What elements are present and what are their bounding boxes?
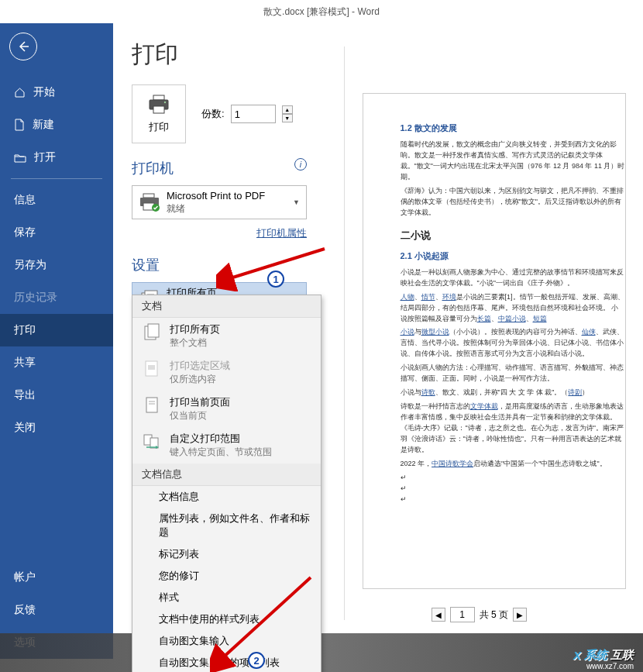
nav-account-label: 帐户	[14, 570, 36, 584]
dd-autotext[interactable]: 自动图文集输入	[132, 630, 321, 652]
svg-rect-17	[146, 398, 157, 412]
selection-icon	[142, 359, 162, 379]
chevron-down-icon: ▼	[293, 198, 300, 206]
printer-status: 就绪	[167, 203, 287, 215]
nav-account[interactable]: 帐户	[0, 561, 113, 594]
copies-label: 份数:	[201, 107, 225, 121]
nav-print[interactable]: 打印	[0, 314, 113, 346]
copies-input[interactable]	[231, 105, 276, 123]
nav-saveas-label: 另存为	[14, 258, 46, 272]
preview-page: 1.2 散文的发展 随着时代的发展，散文的概念由广义向狭义转变，并受到西方文化的…	[363, 93, 626, 589]
printer-icon	[146, 94, 171, 115]
back-button[interactable]	[9, 33, 37, 60]
print-button-label: 打印	[149, 120, 169, 134]
dd-markup-list[interactable]: 标记列表	[132, 543, 321, 565]
pages-icon	[142, 322, 162, 343]
nav-open[interactable]: 打开	[0, 141, 113, 174]
nav-share-label: 共享	[14, 356, 36, 370]
copies-spinner: ▲ ▼	[282, 105, 293, 122]
print-button[interactable]: 打印	[132, 84, 186, 143]
back-arrow-icon	[16, 40, 30, 53]
folder-open-icon	[14, 153, 26, 163]
nav-saveas[interactable]: 另存为	[0, 249, 113, 281]
nav-start-label: 开始	[33, 85, 55, 99]
svg-rect-4	[143, 194, 154, 198]
nav-close-label: 关闭	[14, 421, 36, 435]
dropdown-header-docinfo: 文档信息	[132, 464, 321, 486]
dd-autotext-items[interactable]: 自动图文集库中的项目列表	[132, 652, 321, 672]
printer-status-icon	[139, 193, 160, 212]
home-icon	[14, 87, 26, 98]
dd-print-all[interactable]: 打印所有页整个文档	[132, 318, 321, 354]
nav-feedback-label: 反馈	[14, 603, 36, 617]
info-icon[interactable]: i	[294, 158, 307, 171]
page-total: 共 5 页	[480, 608, 508, 622]
watermark: X系统互联 www.xz7.com	[573, 648, 634, 663]
callout-1: 1	[267, 271, 284, 288]
nav-save-label: 保存	[14, 226, 36, 240]
nav-info[interactable]: 信息	[0, 184, 113, 216]
dd-props[interactable]: 属性列表，例如文件名、作者和标题	[132, 508, 321, 543]
print-preview: 1.2 散文的发展 随着时代的发展，散文的概念由广义向狭义转变，并受到西方文化的…	[344, 47, 643, 620]
prev-page-button[interactable]: ◀	[432, 608, 445, 622]
dropdown-header-document: 文档	[132, 295, 321, 318]
single-page-icon	[142, 395, 162, 415]
nav-divider	[11, 178, 102, 179]
svg-rect-0	[153, 95, 164, 100]
footer-background	[0, 633, 643, 672]
nav-history[interactable]: 历史记录	[0, 281, 113, 314]
nav-history-label: 历史记录	[14, 291, 57, 305]
nav-info-label: 信息	[14, 193, 36, 207]
range-icon	[142, 432, 162, 452]
copies-up[interactable]: ▲	[282, 105, 293, 114]
dd-styles[interactable]: 样式	[132, 587, 321, 608]
nav-print-label: 打印	[14, 323, 36, 337]
page-number-input[interactable]	[450, 607, 475, 622]
svg-rect-14	[148, 324, 159, 337]
dd-revisions[interactable]: 您的修订	[132, 565, 321, 587]
dd-styles-used[interactable]: 文档中使用的样式列表	[132, 608, 321, 630]
nav-save[interactable]: 保存	[0, 216, 113, 249]
printer-properties-link[interactable]: 打印机属性	[256, 227, 307, 239]
printer-props-link-wrap: 打印机属性	[132, 226, 307, 240]
next-page-button[interactable]: ▶	[513, 608, 527, 622]
printer-section-title: 打印机	[132, 159, 174, 177]
nav-feedback[interactable]: 反馈	[0, 594, 113, 626]
nav-start[interactable]: 开始	[0, 76, 113, 109]
nav-export[interactable]: 导出	[0, 379, 113, 412]
title-bar: 散文.docx [兼容模式] - Word	[0, 0, 643, 23]
copies-down[interactable]: ▼	[282, 114, 293, 122]
svg-point-3	[164, 102, 166, 103]
dd-print-current[interactable]: 打印当前页面仅当前页	[132, 391, 321, 427]
new-doc-icon	[14, 119, 25, 131]
document-title: 散文.docx [兼容模式] - Word	[263, 5, 380, 19]
print-range-dropdown: 文档 打印所有页整个文档 打印选定区域仅所选内容 打印当前页面仅当前页 自定义打…	[132, 295, 322, 672]
nav-new[interactable]: 新建	[0, 109, 113, 141]
nav-export-label: 导出	[14, 388, 36, 402]
callout-2: 2	[248, 652, 265, 669]
nav-close[interactable]: 关闭	[0, 412, 113, 444]
page-navigation: ◀ 共 5 页 ▶	[432, 607, 527, 622]
dd-custom-range[interactable]: 自定义打印范围键入特定页面、节或范围	[132, 427, 321, 464]
nav-open-label: 打开	[34, 150, 56, 164]
printer-selector[interactable]: Microsoft Print to PDF 就绪 ▼	[132, 185, 307, 219]
copies-control: 份数: ▲ ▼	[201, 105, 293, 123]
svg-rect-16	[148, 365, 155, 370]
nav-new-label: 新建	[33, 118, 54, 132]
dd-print-selection: 打印选定区域仅所选内容	[132, 354, 321, 391]
printer-name: Microsoft Print to PDF	[167, 190, 287, 203]
nav-share[interactable]: 共享	[0, 346, 113, 379]
backstage-sidebar: 开始 新建 打开 信息 保存 另存为 历史记录 打印 共享 导出 关闭 帐户 反…	[0, 23, 113, 659]
svg-rect-2	[153, 106, 164, 113]
dd-docinfo[interactable]: 文档信息	[132, 486, 321, 508]
